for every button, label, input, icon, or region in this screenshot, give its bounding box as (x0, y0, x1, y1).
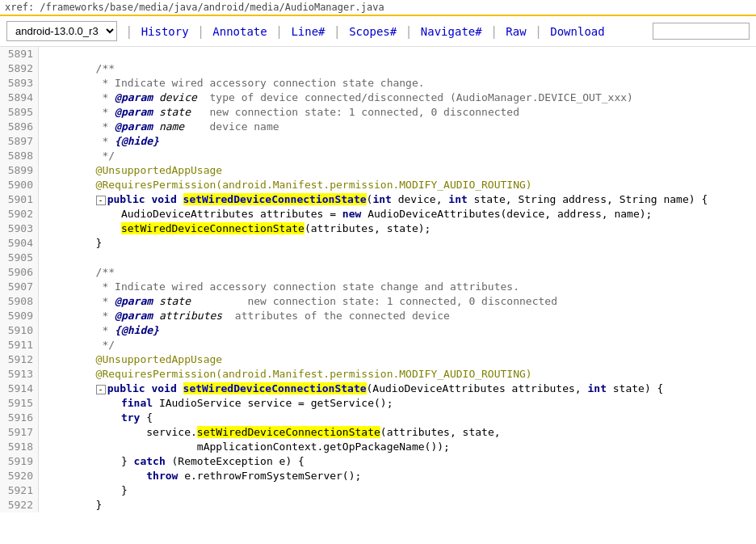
line-5914: -public void setWiredDeviceConnectionSta… (45, 382, 756, 396)
line-5911: */ (45, 338, 756, 352)
line-5895: * @param state new connection state: 1 c… (45, 105, 756, 120)
line-5922: } (45, 498, 756, 512)
line-5900: @RequiresPermission(android.Manifest.per… (45, 178, 756, 192)
nav-history[interactable]: History (135, 23, 195, 40)
nav-download[interactable]: Download (544, 23, 611, 40)
line-5907: * Indicate wired accessory connection st… (45, 280, 756, 294)
line-5913: @RequiresPermission(android.Manifest.per… (45, 367, 756, 382)
breadcrumb: xref: /frameworks/base/media/java/androi… (0, 0, 756, 16)
nav-annotate[interactable]: Annotate (206, 23, 273, 40)
code-lines: /** * Indicate wired accessory connectio… (39, 47, 756, 512)
line-5894: * @param device type of device connected… (45, 91, 756, 105)
version-select[interactable]: android-13.0.0_r3 android-12.0.0_r1 andr… (6, 21, 117, 41)
line-5902: AudioDeviceAttributes attributes = new A… (45, 207, 756, 221)
search-input[interactable] (653, 23, 750, 40)
line-5921: } (45, 483, 756, 498)
code-area: 5891 5892 5893 5894 5895 5896 5897 5898 … (0, 47, 756, 512)
sep-6: | (490, 23, 498, 39)
line-5899: @UnsupportedAppUsage (45, 163, 756, 178)
toolbar: android-13.0.0_r3 android-12.0.0_r1 andr… (0, 16, 756, 47)
line-5901: -public void setWiredDeviceConnectionSta… (45, 192, 756, 207)
sep-3: | (275, 23, 284, 39)
nav-raw[interactable]: Raw (499, 23, 532, 40)
line-5897: * {@hide} (45, 134, 756, 149)
line-5910: * {@hide} (45, 323, 756, 338)
nav-navigate[interactable]: Navigate# (414, 23, 489, 40)
nav-line[interactable]: Line# (284, 23, 331, 40)
sep-2: | (197, 23, 205, 39)
line-numbers: 5891 5892 5893 5894 5895 5896 5897 5898 … (0, 47, 39, 512)
line-5912: @UnsupportedAppUsage (45, 352, 756, 367)
line-5915: final IAudioService service = getService… (45, 396, 756, 411)
line-5917: service.setWiredDeviceConnectionState(at… (45, 425, 756, 440)
sep-7: | (535, 23, 543, 39)
line-5893: * Indicate wired accessory connection st… (45, 76, 756, 91)
line-5919: } catch (RemoteException e) { (45, 454, 756, 469)
expand-icon-5914[interactable]: - (96, 385, 106, 394)
sep-5: | (405, 23, 413, 39)
sep-4: | (334, 23, 342, 39)
line-5903: setWiredDeviceConnectionState(attributes… (45, 221, 756, 236)
expand-icon-5901[interactable]: - (96, 196, 106, 205)
line-5891 (45, 47, 756, 61)
line-5918: mApplicationContext.getOpPackageName()); (45, 440, 756, 454)
line-5905 (45, 251, 756, 265)
line-5904: } (45, 236, 756, 251)
line-5898: */ (45, 149, 756, 163)
line-5909: * @param attributes attributes of the co… (45, 309, 756, 323)
line-5896: * @param name device name (45, 120, 756, 134)
line-5920: throw e.rethrowFromSystemServer(); (45, 469, 756, 483)
sep-1: | (125, 23, 133, 39)
line-5892: /** (45, 61, 756, 76)
line-5916: try { (45, 411, 756, 425)
line-5908: * @param state new connection state: 1 c… (45, 294, 756, 309)
nav-scopes[interactable]: Scopes# (342, 23, 403, 40)
line-5906: /** (45, 265, 756, 280)
